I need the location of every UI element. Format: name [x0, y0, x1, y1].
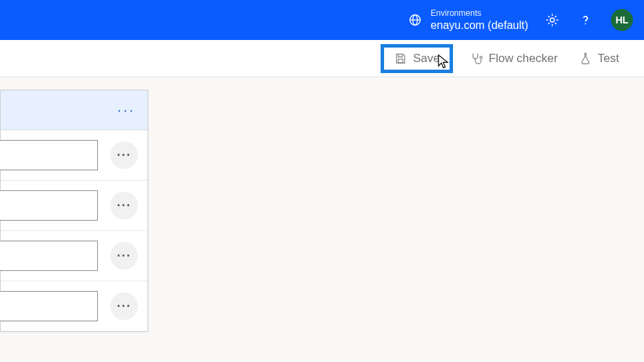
environment-name: enayu.com (default) — [431, 19, 528, 32]
card-row: ··· — [1, 181, 148, 231]
help-icon[interactable] — [578, 12, 593, 28]
field-input[interactable] — [0, 291, 98, 321]
app-header: Environments enayu.com (default) HL — [0, 0, 644, 40]
row-overflow-button[interactable]: ··· — [110, 292, 138, 320]
save-button[interactable]: Save — [381, 44, 453, 73]
save-icon — [394, 52, 407, 66]
svg-point-3 — [585, 23, 586, 25]
environment-label: Environments — [431, 8, 528, 18]
flow-step-card: ··· ··· ··· ) ··· ··· — [0, 90, 148, 332]
test-label: Test — [598, 52, 619, 66]
svg-point-5 — [480, 56, 482, 58]
field-input[interactable] — [0, 190, 98, 221]
card-row: ··· — [1, 130, 148, 181]
overflow-icon[interactable]: ··· — [117, 102, 135, 118]
avatar-initials: HL — [616, 14, 629, 26]
field-input[interactable]: ) — [0, 241, 98, 271]
test-button[interactable]: Test — [574, 49, 623, 68]
save-label: Save — [413, 52, 440, 66]
globe-icon — [407, 12, 423, 28]
svg-point-2 — [550, 18, 554, 22]
card-row: ··· — [1, 281, 148, 331]
flow-checker-label: Flow checker — [489, 52, 558, 66]
row-overflow-button[interactable]: ··· — [110, 242, 138, 270]
row-overflow-button[interactable]: ··· — [110, 141, 138, 169]
row-overflow-button[interactable]: ··· — [110, 192, 138, 219]
flow-checker-button[interactable]: Flow checker — [465, 49, 562, 68]
stethoscope-icon — [470, 52, 483, 66]
environment-picker[interactable]: Environments enayu.com (default) — [407, 8, 528, 32]
settings-icon[interactable] — [545, 12, 560, 28]
card-header[interactable]: ··· — [1, 90, 148, 130]
user-avatar[interactable]: HL — [611, 9, 633, 31]
flask-icon — [578, 52, 592, 66]
action-toolbar: Save Flow checker Test — [0, 40, 644, 77]
field-input[interactable] — [0, 140, 98, 170]
svg-rect-4 — [399, 59, 403, 62]
card-row: ) ··· — [1, 231, 148, 281]
